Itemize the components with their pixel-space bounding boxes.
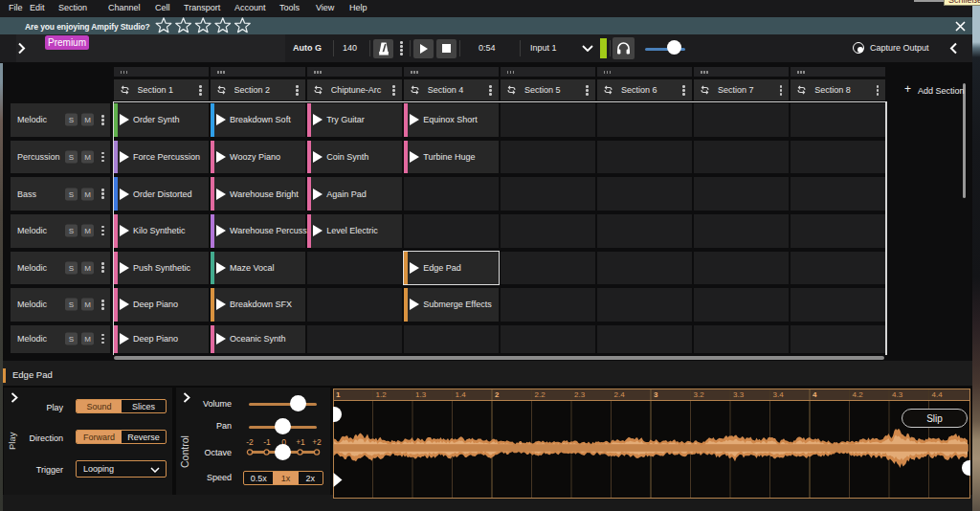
svg-text:2.3: 2.3 <box>574 390 586 399</box>
svg-text:3.2: 3.2 <box>694 390 705 399</box>
svg-text:4.2: 4.2 <box>853 390 864 399</box>
svg-text:1: 1 <box>336 390 341 399</box>
svg-text:1.4: 1.4 <box>456 390 467 399</box>
svg-text:2.2: 2.2 <box>535 390 546 399</box>
svg-text:4.3: 4.3 <box>892 390 903 399</box>
svg-text:3.3: 3.3 <box>733 390 745 399</box>
svg-text:4: 4 <box>813 390 817 399</box>
svg-text:1.2: 1.2 <box>376 390 388 399</box>
svg-text:3: 3 <box>654 390 658 399</box>
svg-text:4.4: 4.4 <box>932 390 944 399</box>
svg-text:2: 2 <box>495 390 500 399</box>
svg-text:1.3: 1.3 <box>415 390 427 399</box>
svg-text:3.4: 3.4 <box>773 390 785 399</box>
svg-text:2.4: 2.4 <box>614 390 626 399</box>
